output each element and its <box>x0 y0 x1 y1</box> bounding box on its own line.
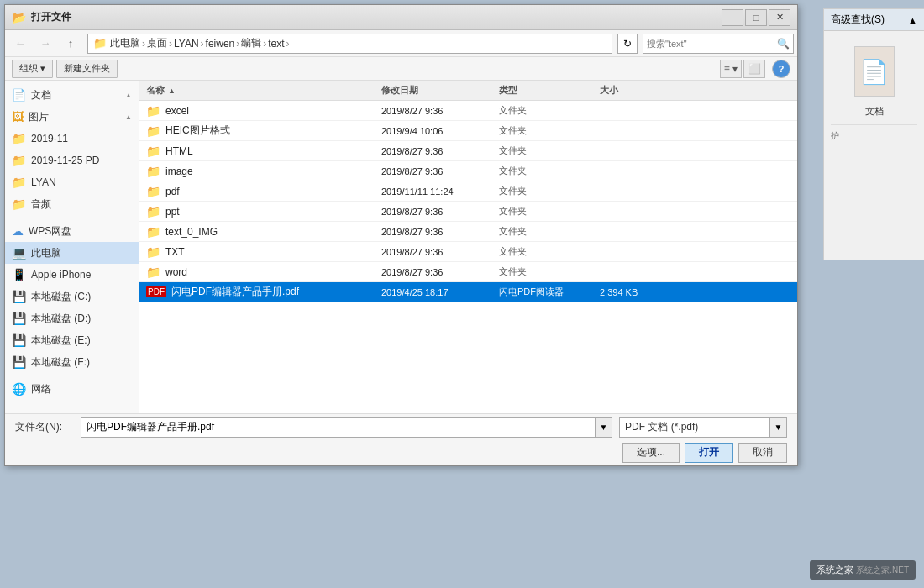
breadcrumb-item-2[interactable]: LYAN › <box>174 38 206 50</box>
folder-icon: 📁 <box>146 245 160 259</box>
open-file-dialog: 📂 打开文件 ─ □ ✕ ← → ↑ 📁 此电脑 › 桌面 <box>4 4 798 466</box>
title-bar-buttons: ─ □ ✕ <box>722 9 790 26</box>
file-name-text: ppt <box>165 206 180 218</box>
wps-cloud-icon: ☁ <box>12 224 24 238</box>
filetype-text: PDF 文档 (*.pdf) <box>620 420 769 434</box>
sidebar-label-disk-f: 本地磁盘 (F:) <box>31 355 90 370</box>
folder-icon: 📁 <box>146 225 160 239</box>
organize-button[interactable]: 组织 ▾ <box>12 60 53 78</box>
minimize-button[interactable]: ─ <box>722 9 743 26</box>
table-row[interactable]: PDF 闪电PDF编辑器产品手册.pdf 2019/4/25 18:17 闪电P… <box>139 282 797 302</box>
pictures-icon: 🖼 <box>12 110 24 123</box>
close-button[interactable]: ✕ <box>769 9 790 26</box>
folder-icon: 📁 <box>146 104 160 118</box>
network-icon: 🌐 <box>12 382 26 396</box>
sidebar-item-pictures[interactable]: 🖼 图片 ▲ <box>5 106 139 128</box>
list-view-button[interactable]: ≡ ▾ <box>720 60 742 78</box>
filename-row: 文件名(N): ▼ PDF 文档 (*.pdf) ▼ <box>15 417 787 438</box>
sidebar-item-this-pc[interactable]: 💻 此电脑 <box>5 242 139 264</box>
filetype-dropdown-button[interactable]: ▼ <box>769 418 786 437</box>
file-type-cell: 文件夹 <box>492 165 593 177</box>
file-name-text: excel <box>165 105 189 117</box>
refresh-button[interactable]: ↻ <box>617 34 638 54</box>
sidebar-item-disk-f[interactable]: 💾 本地磁盘 (F:) <box>5 351 139 373</box>
right-panel-expand-icon[interactable]: ▲ <box>908 15 917 25</box>
sidebar-item-2019-11[interactable]: 📁 2019-11 <box>5 128 139 150</box>
filename-label: 文件名(N): <box>15 420 74 434</box>
file-name-text: HTML <box>165 145 193 157</box>
table-row[interactable]: 📁 text_0_IMG 2019/8/27 9:36 文件夹 <box>139 222 797 242</box>
file-name-text: TXT <box>165 246 185 258</box>
col-header-name[interactable]: 名称 ▲ <box>139 84 375 97</box>
new-folder-button[interactable]: 新建文件夹 <box>56 60 118 78</box>
sidebar-label-network: 网络 <box>31 382 51 396</box>
up-button[interactable]: ↑ <box>59 33 82 55</box>
open-button[interactable]: 打开 <box>685 443 733 463</box>
folder-icon: 📁 <box>146 124 160 138</box>
breadcrumb-item-4[interactable]: 编辑 › <box>241 36 268 50</box>
back-button[interactable]: ← <box>8 33 32 55</box>
file-name-cell: 📁 excel <box>139 104 375 118</box>
filename-dropdown-button[interactable]: ▼ <box>595 418 612 437</box>
filename-input[interactable] <box>81 418 595 437</box>
options-button[interactable]: 选项... <box>622 443 680 463</box>
file-name-text: image <box>165 165 193 177</box>
sidebar-label-lyan: LYAN <box>31 176 56 188</box>
file-type-cell: 文件夹 <box>492 225 593 238</box>
disk-c-icon: 💾 <box>12 290 26 303</box>
breadcrumb-item-3[interactable]: feiwen › <box>206 38 242 50</box>
table-row[interactable]: 📁 image 2019/8/27 9:36 文件夹 <box>139 161 797 181</box>
maximize-button[interactable]: □ <box>745 9 767 26</box>
sidebar-item-lyan[interactable]: 📁 LYAN <box>5 171 139 193</box>
help-button[interactable]: ? <box>772 60 790 78</box>
file-rows-container: 📁 excel 2019/8/27 9:36 文件夹 📁 HEIC图片格式 20… <box>139 101 797 302</box>
action-buttons: 选项... 打开 取消 <box>15 443 787 463</box>
sidebar-item-disk-d[interactable]: 💾 本地磁盘 (D:) <box>5 307 139 329</box>
sidebar-label-disk-e: 本地磁盘 (E:) <box>31 333 91 348</box>
sidebar-item-disk-c[interactable]: 💾 本地磁盘 (C:) <box>5 286 139 307</box>
main-area: 📄 文档 ▲ 🖼 图片 ▲ 📁 2019-11 📁 2019-11-25 PD <box>5 81 797 413</box>
col-header-date[interactable]: 修改日期 <box>375 84 492 97</box>
file-name-cell: 📁 pdf <box>139 185 375 198</box>
table-row[interactable]: 📁 HEIC图片格式 2019/9/4 10:06 文件夹 <box>139 121 797 141</box>
breadcrumb-item-0[interactable]: 此电脑 › <box>110 36 147 50</box>
address-bar[interactable]: 📁 此电脑 › 桌面 › LYAN › feiwen › <box>87 34 612 54</box>
sidebar-label-docs: 文档 <box>31 88 51 102</box>
sidebar-item-2019-11-25[interactable]: 📁 2019-11-25 PD <box>5 150 139 171</box>
sidebar-label-2019-11-25: 2019-11-25 PD <box>31 155 99 166</box>
sidebar-label-disk-c: 本地磁盘 (C:) <box>31 290 91 304</box>
sidebar-item-wps[interactable]: ☁ WPS网盘 <box>5 220 139 242</box>
file-name-text: pdf <box>165 186 180 197</box>
file-date-cell: 2019/8/27 9:36 <box>375 207 492 217</box>
search-input[interactable] <box>647 39 777 49</box>
file-name-cell: 📁 HTML <box>139 144 375 158</box>
file-date-cell: 2019/8/27 9:36 <box>375 267 492 277</box>
table-row[interactable]: 📁 word 2019/8/27 9:36 文件夹 <box>139 262 797 282</box>
col-header-type[interactable]: 类型 <box>492 84 593 97</box>
sidebar-item-audio[interactable]: 📁 音频 <box>5 193 139 215</box>
col-header-size[interactable]: 大小 <box>593 84 677 97</box>
cancel-button[interactable]: 取消 <box>738 443 787 463</box>
table-row[interactable]: 📁 pdf 2019/11/11 11:24 文件夹 <box>139 181 797 202</box>
breadcrumb-item-5[interactable]: text › <box>268 38 291 50</box>
breadcrumb-item-1[interactable]: 桌面 › <box>147 36 174 50</box>
file-size-cell: 2,394 KB <box>593 287 677 297</box>
file-name-cell: 📁 ppt <box>139 205 375 218</box>
table-row[interactable]: 📁 excel 2019/8/27 9:36 文件夹 <box>139 101 797 121</box>
file-name-cell: PDF 闪电PDF编辑器产品手册.pdf <box>139 285 375 299</box>
table-row[interactable]: 📁 TXT 2019/8/27 9:36 文件夹 <box>139 242 797 262</box>
table-row[interactable]: 📁 HTML 2019/8/27 9:36 文件夹 <box>139 141 797 161</box>
sidebar-item-network[interactable]: 🌐 网络 <box>5 378 139 400</box>
sidebar-label-pictures: 图片 <box>29 110 49 124</box>
sidebar-item-apple-iphone[interactable]: 📱 Apple iPhone <box>5 264 139 286</box>
filetype-select-wrapper: PDF 文档 (*.pdf) ▼ <box>619 417 787 438</box>
sidebar-item-disk-e[interactable]: 💾 本地磁盘 (E:) <box>5 329 139 351</box>
doc-icon: 📄 <box>859 58 889 86</box>
sidebar-item-docs[interactable]: 📄 文档 ▲ <box>5 84 139 106</box>
disk-f-icon: 💾 <box>12 355 26 369</box>
table-row[interactable]: 📁 ppt 2019/8/27 9:36 文件夹 <box>139 202 797 222</box>
this-pc-icon: 💻 <box>12 246 26 260</box>
preview-button[interactable]: ⬜ <box>743 60 765 78</box>
forward-button[interactable]: → <box>34 33 57 55</box>
file-name-text: 闪电PDF编辑器产品手册.pdf <box>171 285 299 299</box>
